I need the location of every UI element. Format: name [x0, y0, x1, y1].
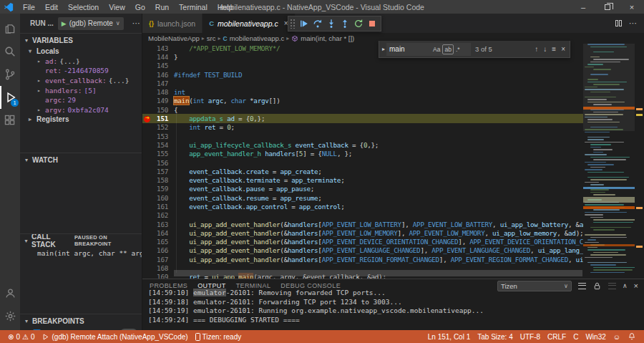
tab-mobilenativeapp.c[interactable]: Cmobilenativeapp.c× — [203, 14, 295, 33]
clear-output-icon[interactable] — [608, 283, 616, 289]
code-line[interactable]: 147 — [142, 79, 583, 87]
activity-extensions[interactable] — [0, 109, 20, 132]
status-c[interactable]: C — [570, 333, 582, 341]
launch-config-dropdown[interactable]: ▶ (gdb) Remote ∨ — [58, 17, 124, 30]
watch-section-header[interactable]: ▾ WATCH — [20, 153, 142, 166]
find-input[interactable] — [389, 45, 431, 53]
status-win32[interactable]: Win32 — [582, 333, 609, 341]
code-line[interactable]: 149main(int argc, char *argv[]) — [142, 97, 583, 105]
menu-go[interactable]: Go — [130, 3, 150, 11]
variable-row[interactable]: ▸event_callback:{...} — [20, 76, 142, 86]
variable-row[interactable]: ret:-2146470859 — [20, 66, 142, 76]
code-line[interactable]: 145 — [142, 62, 583, 70]
split-editor-icon[interactable] — [615, 20, 622, 26]
code-line[interactable]: 148int — [142, 87, 583, 96]
code-line[interactable]: 153 — [142, 132, 583, 140]
step-over-button[interactable] — [311, 17, 323, 30]
tab-launch.json[interactable]: {}launch.json — [142, 14, 203, 33]
code-editor[interactable]: 143 /*APP_EVENT_LOW_MEMORY*/144}145146#i… — [142, 44, 644, 279]
tizen-status[interactable]: Tizen: ready — [192, 333, 245, 341]
problems-status[interactable]: ⊗ 0 ⚠ 0 — [4, 333, 38, 341]
notifications-bell-icon[interactable] — [624, 332, 640, 341]
code-line[interactable]: 150{ — [142, 105, 583, 114]
menu-file[interactable]: File — [18, 3, 40, 11]
code-line[interactable]: 146#ifndef TEST_BUILD — [142, 70, 583, 79]
variables-scope-locals[interactable]: ▾Locals — [20, 47, 142, 57]
minimize-button[interactable]: – — [571, 0, 595, 14]
activity-source-control[interactable] — [0, 63, 20, 86]
activity-search[interactable] — [0, 40, 20, 63]
status-utf-8[interactable]: UTF-8 — [517, 333, 544, 341]
activity-explorer[interactable] — [0, 17, 20, 40]
variable-row[interactable]: ▸argv:0xbfa2c074 — [20, 105, 142, 115]
call-stack-section-header[interactable]: ▾ CALL STACK PAUSED ON BREAKPOINT — [20, 234, 142, 247]
code-line[interactable]: 156 — [142, 158, 583, 167]
overview-ruler[interactable] — [635, 44, 644, 279]
stop-button[interactable] — [366, 17, 378, 30]
debug-config-status[interactable]: (gdb) Remote Attach (NativeApp_VSCode) — [38, 333, 191, 341]
menu-help[interactable]: Help — [213, 3, 238, 11]
code-line[interactable]: 163 ui_app_add_event_handler(&handlers[A… — [142, 220, 583, 228]
code-line[interactable]: 151➔ appdata_s ad = {0,}; — [142, 114, 583, 122]
breadcrumb-item[interactable]: src — [207, 34, 216, 42]
code-line[interactable]: 161 event_callback.app_control = app_con… — [142, 202, 583, 211]
code-line[interactable]: 160 event_callback.resume = app_resume; — [142, 193, 583, 202]
step-into-button[interactable] — [325, 17, 337, 30]
close-window-button[interactable]: × — [620, 0, 644, 14]
step-out-button[interactable] — [338, 17, 351, 30]
code-line[interactable]: 154 ui_app_lifecycle_callback_s event_ca… — [142, 140, 583, 149]
regex-icon[interactable]: .* — [454, 45, 462, 54]
code-line[interactable]: 152 int ret = 0; — [142, 123, 583, 132]
menu-run[interactable]: Run — [150, 3, 174, 11]
code-line[interactable]: 155 app_event_handler_h handlers[5] = {N… — [142, 150, 583, 158]
find-toggle-icon[interactable]: ▸ — [379, 41, 386, 57]
find-in-selection-icon[interactable]: ≡ — [552, 45, 556, 53]
status-tab[interactable]: Tab Size: 4 — [474, 333, 516, 341]
find-previous-icon[interactable]: ↑ — [535, 45, 538, 53]
status-ln[interactable]: Ln 151, Col 1 — [424, 333, 474, 341]
paused-breakpoint-icon[interactable]: ➔ — [144, 115, 152, 123]
open-log-file-icon[interactable] — [578, 283, 586, 289]
breadcrumb-item[interactable]: MobileNativeApp — [148, 34, 200, 42]
code-line[interactable]: 162 — [142, 211, 583, 220]
minimap[interactable] — [583, 44, 635, 279]
stack-frame[interactable]: main(int argc, char ** argv) — [20, 247, 142, 257]
breadcrumb-item[interactable]: mobilenativeapp.c — [230, 34, 285, 42]
code-line[interactable]: 164 ui_app_add_event_handler(&handlers[A… — [142, 228, 583, 237]
close-find-icon[interactable]: × — [561, 45, 565, 53]
activity-settings[interactable] — [0, 304, 20, 327]
code-line[interactable]: 165 ui_app_add_event_handler(&handlers[A… — [142, 238, 583, 246]
menu-edit[interactable]: Edit — [40, 3, 63, 11]
toolbar-drag-handle[interactable] — [290, 19, 295, 29]
code-line[interactable]: 166 ui_app_add_event_handler(&handlers[A… — [142, 246, 583, 255]
breakpoints-section-header[interactable]: ▾ BREAKPOINTS — [20, 314, 142, 327]
menu-view[interactable]: View — [104, 3, 130, 11]
restore-button[interactable] — [595, 0, 620, 14]
variable-row[interactable]: argc:29 — [20, 95, 142, 105]
activity-run-and-debug[interactable]: 1 — [0, 86, 20, 109]
activity-account[interactable] — [0, 281, 20, 304]
status-crlf[interactable]: CRLF — [544, 333, 570, 341]
continue-button[interactable] — [298, 17, 310, 30]
editor-more-actions-icon[interactable]: ⋯ — [629, 19, 637, 28]
more-actions-icon[interactable]: ⋯ — [132, 19, 140, 28]
variable-row[interactable]: ▸ad:{...} — [20, 57, 142, 67]
feedback-smiley-icon[interactable]: ☺ — [610, 333, 624, 341]
variables-scope-registers[interactable]: ▸Registers — [20, 115, 142, 125]
code-line[interactable]: 157 event_callback.create = app_create; — [142, 167, 583, 175]
start-debug-icon[interactable]: ▶ — [62, 20, 67, 27]
variable-row[interactable]: ▸handlers:[5] — [20, 85, 142, 95]
find-next-icon[interactable]: ↓ — [543, 45, 547, 53]
code-line[interactable]: 167 ui_app_add_event_handler(&handlers[A… — [142, 255, 583, 264]
output-log[interactable]: [14:59:10] emulator-26101: Removing forw… — [142, 289, 644, 330]
menu-terminal[interactable]: Terminal — [174, 3, 213, 11]
code-line[interactable]: 159 event_callback.pause = app_pause; — [142, 185, 583, 193]
breadcrumb-item[interactable]: main(int, char * []) — [301, 34, 354, 42]
restart-button[interactable] — [352, 17, 364, 30]
horizontal-scrollbar[interactable] — [174, 270, 582, 276]
menu-selection[interactable]: Selection — [63, 3, 104, 11]
code-line[interactable]: 158 event_callback.terminate = app_termi… — [142, 175, 583, 184]
whole-word-icon[interactable]: ab — [442, 44, 453, 54]
match-case-icon[interactable]: Aa — [431, 45, 441, 54]
variables-section-header[interactable]: ▾ VARIABLES — [20, 34, 142, 47]
